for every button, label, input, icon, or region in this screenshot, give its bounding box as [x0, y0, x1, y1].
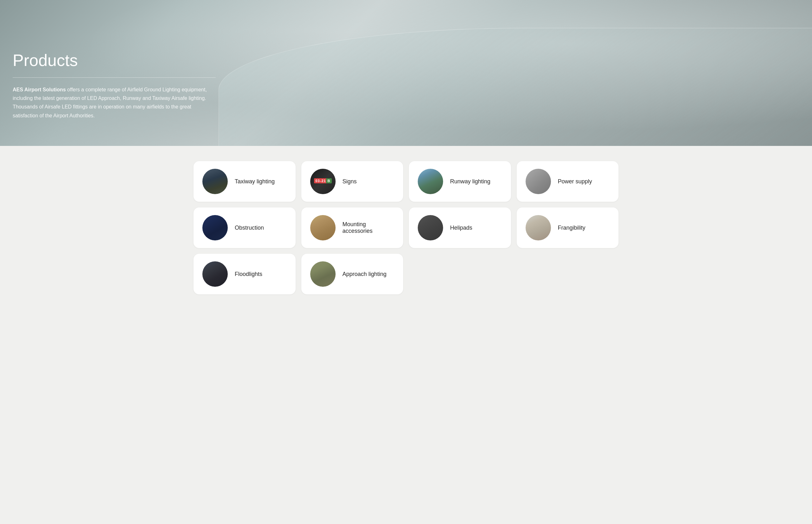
product-label-approach-lighting: Approach lighting: [343, 271, 387, 278]
product-label-taxiway-lighting: Taxiway lighting: [235, 178, 275, 185]
product-image-taxiway-lighting: [202, 169, 228, 194]
product-image-signs: 03-21 B: [310, 169, 336, 194]
hero-description: AES Airport Solutions offers a complete …: [13, 85, 209, 120]
hero-content: Products AES Airport Solutions offers a …: [0, 0, 222, 133]
hero-divider: [13, 77, 216, 78]
page-title: Products: [13, 51, 209, 70]
signs-badge-green: B: [326, 178, 332, 183]
product-card-approach-lighting[interactable]: Approach lighting: [301, 254, 403, 294]
product-image-helipads: [418, 215, 443, 241]
products-section: Taxiway lighting 03-21 B Signs Runway li…: [0, 146, 812, 313]
product-label-runway-lighting: Runway lighting: [450, 178, 491, 185]
product-image-obstruction: [202, 215, 228, 241]
product-card-obstruction[interactable]: Obstruction: [194, 208, 296, 248]
products-row-2: Obstruction Mounting accessories Helipad…: [194, 208, 618, 248]
obstruction-image: [202, 215, 228, 241]
product-label-frangibility: Frangibility: [558, 225, 585, 231]
company-name: AES Airport Solutions: [13, 87, 66, 92]
hero-section: Products AES Airport Solutions offers a …: [0, 0, 812, 146]
product-image-approach-lighting: [310, 261, 336, 287]
product-image-frangibility: [526, 215, 551, 241]
runway-lighting-image: [418, 169, 443, 194]
product-card-helipads[interactable]: Helipads: [409, 208, 511, 248]
mounting-accessories-image: [310, 215, 336, 241]
products-row-3: Floodlights Approach lighting: [194, 254, 618, 294]
product-image-mounting-accessories: [310, 215, 336, 241]
product-label-floodlights: Floodlights: [235, 271, 262, 278]
product-label-power-supply: Power supply: [558, 178, 592, 185]
product-label-mounting-accessories: Mounting accessories: [343, 221, 395, 234]
product-card-floodlights[interactable]: Floodlights: [194, 254, 296, 294]
taxiway-lighting-image: [202, 169, 228, 194]
product-label-signs: Signs: [343, 178, 357, 185]
product-label-obstruction: Obstruction: [235, 225, 264, 231]
approach-lighting-image: [310, 261, 336, 287]
power-supply-image: [526, 169, 551, 194]
product-card-mounting-accessories[interactable]: Mounting accessories: [301, 208, 403, 248]
product-label-helipads: Helipads: [450, 225, 472, 231]
product-image-power-supply: [526, 169, 551, 194]
frangibility-image: [526, 215, 551, 241]
helipads-image: [418, 215, 443, 241]
product-card-taxiway-lighting[interactable]: Taxiway lighting: [194, 161, 296, 202]
products-row-1: Taxiway lighting 03-21 B Signs Runway li…: [194, 161, 618, 202]
product-card-frangibility[interactable]: Frangibility: [517, 208, 619, 248]
product-card-signs[interactable]: 03-21 B Signs: [301, 161, 403, 202]
product-image-floodlights: [202, 261, 228, 287]
product-image-runway-lighting: [418, 169, 443, 194]
product-card-runway-lighting[interactable]: Runway lighting: [409, 161, 511, 202]
signs-image: 03-21 B: [310, 169, 336, 194]
product-card-power-supply[interactable]: Power supply: [517, 161, 619, 202]
signs-badge-red: 03-21: [314, 178, 328, 183]
floodlights-image: [202, 261, 228, 287]
